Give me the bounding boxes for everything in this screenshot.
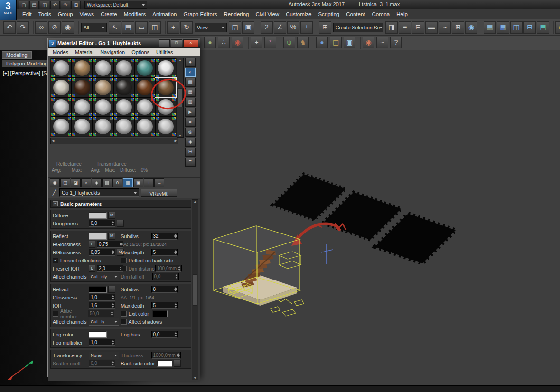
scroll-up-icon[interactable]: ▲	[192, 200, 198, 203]
menu-animation[interactable]: Animation	[149, 9, 180, 19]
value-spinner[interactable]	[111, 294, 114, 301]
material-sample-slot[interactable]	[72, 117, 93, 136]
fern-object-icon[interactable]: ψ	[283, 37, 295, 48]
axis-tripod-icon[interactable]: +	[251, 37, 262, 48]
select-and-scale-icon[interactable]: ◱	[229, 21, 241, 34]
close-button[interactable]: ×	[183, 39, 198, 47]
reflect-backside-checkbox[interactable]	[121, 258, 127, 263]
maximize-button[interactable]: □	[171, 39, 182, 47]
value-spinner[interactable]	[173, 302, 177, 309]
refract-maxdepth-field[interactable]: 5	[151, 302, 178, 309]
roughness-field[interactable]: 0,0	[89, 220, 115, 227]
menu-customize[interactable]: Customize	[282, 9, 315, 19]
scene-explorer-icon[interactable]: ▦	[484, 21, 496, 34]
fog-multiplier-field[interactable]: 1,0	[89, 339, 115, 346]
spinner-down-icon[interactable]	[112, 224, 114, 227]
material-editor-titlebar[interactable]: 3 Material Editor - Go 1_Huyhieukts – □ …	[48, 38, 200, 48]
utilities-panel-icon[interactable]: ▤	[537, 21, 549, 34]
material-sample-icon[interactable]: ◉	[232, 37, 243, 48]
spinner-down-icon[interactable]	[174, 289, 177, 293]
exit-color-checkbox[interactable]	[121, 311, 127, 317]
spinner-up-icon[interactable]	[112, 220, 114, 223]
dim-falloff-field[interactable]: 0,0	[152, 273, 179, 280]
menu-help[interactable]: Help	[393, 9, 411, 19]
spinner-down-icon[interactable]	[178, 269, 181, 272]
value-spinner[interactable]	[173, 233, 177, 240]
spinner-up-icon[interactable]	[174, 302, 177, 305]
menu-rendering[interactable]: Rendering	[220, 9, 252, 19]
go-to-parent-icon[interactable]: ↑	[144, 178, 154, 187]
select-object-icon[interactable]: ↖	[109, 21, 121, 34]
sample-uv-tiling-icon[interactable]: ▦	[185, 88, 196, 97]
spinner-up-icon[interactable]	[174, 331, 177, 334]
value-spinner[interactable]	[111, 339, 114, 346]
edit-named-selection-icon[interactable]: ⊞	[319, 21, 331, 34]
refract-map-button[interactable]	[108, 286, 115, 293]
translucency-dropdown[interactable]: None	[89, 352, 119, 359]
undo-icon[interactable]: ↶	[3, 21, 16, 34]
material-sample-slot[interactable]	[51, 78, 72, 97]
fresnel-checkbox[interactable]: ✓	[53, 258, 58, 263]
me-menu-navigation[interactable]: Navigation	[97, 49, 128, 55]
reflect-subdivs-field[interactable]: 32	[151, 233, 178, 240]
material-sample-slot[interactable]	[93, 58, 113, 78]
spinner-down-icon[interactable]	[112, 364, 114, 367]
value-spinner[interactable]	[111, 249, 114, 256]
spinner-snap-icon[interactable]: ±	[300, 21, 313, 34]
spinner-up-icon[interactable]	[112, 302, 114, 305]
material-sample-slot[interactable]	[113, 97, 134, 117]
thickness-field[interactable]: 1000,0mm	[151, 352, 181, 359]
rglossiness-field[interactable]: 0,85	[89, 249, 115, 256]
spinner-down-icon[interactable]	[175, 277, 178, 280]
flower-scatter-icon[interactable]: *	[264, 37, 276, 48]
sss-sphere-icon[interactable]: ◉	[363, 37, 374, 48]
project-folder-icon[interactable]: ⊞	[71, 1, 81, 9]
minimize-button[interactable]: –	[159, 39, 170, 47]
select-by-name-icon[interactable]: ▤	[122, 21, 134, 34]
material-map-navigator-icon[interactable]: ◈	[185, 138, 196, 147]
material-sample-slot[interactable]	[51, 97, 72, 117]
scroll-down-icon[interactable]: ▼	[192, 376, 198, 380]
make-unique-icon[interactable]: ◈	[92, 178, 102, 187]
material-sample-slot[interactable]	[134, 58, 155, 78]
me-menu-options[interactable]: Options	[128, 49, 153, 55]
scatter-coeff-field[interactable]: 0,0	[89, 360, 115, 367]
refract-subdivs-field[interactable]: 8	[151, 286, 178, 293]
spinner-down-icon[interactable]	[174, 335, 177, 338]
selection-filter-dropdown[interactable]: All	[81, 23, 107, 32]
manage-panel-icon[interactable]: ⊟	[523, 21, 536, 34]
help-icon[interactable]: ?	[390, 37, 402, 48]
open-file-icon[interactable]: ▤	[29, 1, 39, 9]
reference-coordinate-dropdown[interactable]: View	[195, 23, 227, 32]
spinner-up-icon[interactable]	[174, 286, 177, 289]
select-and-manipulate-icon[interactable]: ▣	[242, 21, 254, 34]
show-end-result-icon[interactable]: ▣	[133, 178, 143, 187]
spinner-up-icon[interactable]	[174, 249, 177, 252]
material-sample-slot[interactable]	[134, 117, 155, 136]
spinner-down-icon[interactable]	[112, 252, 114, 256]
dim-distance-checkbox[interactable]	[121, 266, 127, 271]
reset-map-icon[interactable]: ×	[81, 178, 91, 187]
scroll-down-icon[interactable]: ▼	[177, 134, 183, 137]
material-sample-slot[interactable]	[72, 97, 93, 117]
backside-color-swatch[interactable]	[157, 360, 172, 367]
sample-type-icon[interactable]: ●	[185, 58, 196, 67]
redo-icon[interactable]: ↷	[17, 21, 29, 34]
refract-affect-channels-dropdown[interactable]: Col...ly	[89, 318, 119, 326]
select-and-move-icon[interactable]: +	[167, 21, 179, 34]
spinner-up-icon[interactable]	[112, 339, 114, 342]
value-spinner[interactable]	[111, 220, 114, 227]
sample-hscrollbar[interactable]: ◀ ▶	[50, 138, 178, 144]
put-to-scene-icon[interactable]: ◫	[60, 178, 70, 187]
scroll-left-icon[interactable]: ◀	[52, 139, 54, 143]
vray-sphere-icon[interactable]: ●	[204, 37, 216, 48]
basic-parameters-rollout[interactable]: − Basic parameters	[50, 200, 191, 208]
mirror-icon[interactable]: ◨	[385, 21, 398, 34]
point-cloud-icon[interactable]: ∴	[218, 37, 230, 48]
dim-distance-field[interactable]: 100,0mm	[155, 265, 182, 272]
percent-snap-icon[interactable]: %	[287, 21, 299, 34]
value-spinner[interactable]	[176, 352, 180, 359]
sample-window-icon[interactable]: ⊟	[185, 148, 196, 157]
make-preview-icon[interactable]: ▶	[185, 108, 196, 117]
spinner-down-icon[interactable]	[112, 298, 114, 301]
